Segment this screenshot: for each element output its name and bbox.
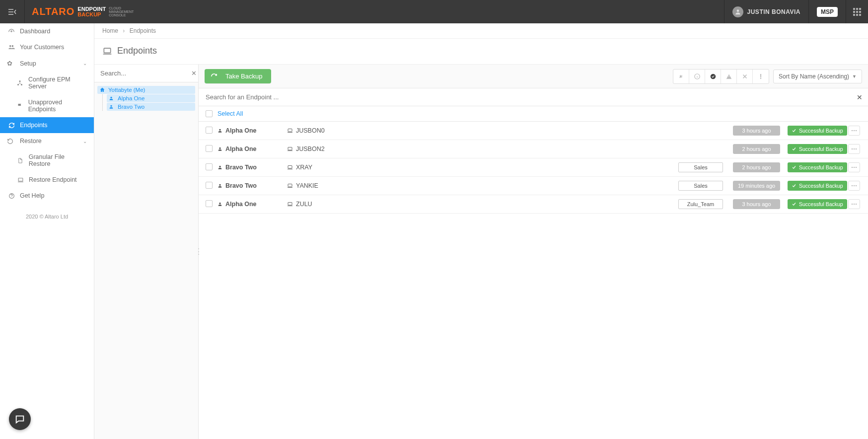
tree-search-input[interactable] [94, 65, 190, 82]
sidebar-item-help[interactable]: Get Help [0, 188, 94, 204]
sidebar-item-configure-epm[interactable]: Configure EPM Server [0, 72, 94, 94]
row-customer-label: Bravo Two [225, 182, 257, 189]
tree-root-node[interactable]: Yottabyte (Me) [97, 86, 195, 94]
sidebar-item-label: Endpoints [20, 122, 48, 129]
row-status: Successful Backup [788, 181, 847, 191]
time-chip: 19 minutes ago [733, 181, 780, 191]
row-host-label: YANKIE [296, 182, 318, 189]
sidebar-item-restore-endpoint[interactable]: Restore Endpoint [0, 172, 94, 188]
endpoint-search-clear-button[interactable]: ✕ [851, 93, 868, 101]
row-time: 2 hours ago [733, 144, 788, 154]
time-chip: 2 hours ago [733, 162, 780, 172]
row-host: XRAY [287, 164, 678, 171]
svg-point-21 [710, 73, 716, 79]
msp-badge-item[interactable]: MSP [808, 0, 846, 23]
row-customer: Bravo Two [217, 182, 287, 189]
laptop-icon [287, 165, 293, 170]
user-icon [217, 128, 222, 133]
sidebar-item-endpoints[interactable]: Endpoints [0, 117, 94, 133]
svg-rect-29 [288, 184, 292, 187]
customer-tree: Yottabyte (Me) Alpha One [94, 82, 198, 114]
sidebar-item-customers[interactable]: Your Customers [0, 39, 94, 55]
row-checkbox[interactable] [206, 145, 213, 152]
menu-toggle-button[interactable] [0, 0, 25, 23]
sidebar-group-restore[interactable]: Restore ⌄ [0, 133, 94, 149]
user-icon [217, 183, 222, 188]
svg-rect-3 [859, 8, 861, 10]
row-menu-button[interactable]: ⋯ [848, 181, 860, 191]
chat-button[interactable] [9, 408, 31, 430]
row-customer-label: Bravo Two [225, 164, 257, 171]
row-checkbox[interactable] [206, 182, 213, 189]
sort-dropdown[interactable]: Sort By Name (Ascending) ▼ [773, 70, 862, 83]
row-checkbox[interactable] [206, 163, 213, 170]
row-menu-button[interactable]: ⋯ [848, 162, 860, 172]
status-chip: Successful Backup [788, 144, 847, 154]
tag-chip[interactable]: Sales [678, 181, 723, 191]
svg-rect-31 [288, 203, 292, 206]
row-tag: Sales [678, 181, 733, 191]
svg-rect-23 [288, 129, 292, 132]
select-all-checkbox[interactable] [206, 110, 213, 117]
tree-child-node[interactable]: Bravo Two [107, 103, 195, 111]
breadcrumb: Home › Endpoints [94, 23, 868, 39]
tag-chip[interactable]: Zulu_Team [678, 199, 723, 209]
sidebar-item-dashboard[interactable]: Dashboard [0, 23, 94, 39]
user-menu[interactable]: JUSTIN BONAVIA [724, 0, 808, 23]
sidebar: Dashboard Your Customers ✿ Setup ⌄ Confi… [0, 23, 94, 439]
row-host: ZULU [287, 201, 678, 208]
row-tag: Sales [678, 162, 733, 172]
help-icon [7, 193, 16, 199]
row-checkbox[interactable] [206, 200, 213, 207]
chevron-down-icon: ⌄ [83, 61, 87, 66]
row-menu-button[interactable]: ⋯ [848, 126, 860, 136]
apps-grid-button[interactable] [846, 0, 868, 23]
sidebar-item-granular[interactable]: Granular File Restore [0, 149, 94, 172]
svg-point-0 [736, 9, 739, 12]
chevron-down-icon: ⌄ [83, 139, 87, 144]
breadcrumb-current: Endpoints [130, 27, 156, 34]
laptop-icon [287, 146, 293, 151]
svg-rect-1 [853, 8, 855, 10]
select-all-link[interactable]: Select All [217, 110, 243, 117]
sidebar-item-label: Configure EPM Server [28, 76, 87, 90]
tag-chip[interactable]: Sales [678, 162, 723, 172]
users-icon [7, 44, 16, 51]
sidebar-item-label: Restore Endpoint [29, 176, 77, 183]
row-menu-button[interactable]: ⋯ [848, 144, 860, 154]
laptop-icon [16, 177, 25, 183]
sidebar-item-label: Dashboard [20, 28, 50, 35]
svg-rect-7 [853, 14, 855, 16]
row-checkbox[interactable] [206, 127, 213, 134]
sidebar-group-label: Restore [20, 138, 42, 145]
svg-point-10 [9, 45, 11, 47]
take-backup-button[interactable]: Take Backup [205, 69, 271, 83]
filter-unplugged-button[interactable] [673, 70, 689, 83]
customer-tree-panel: ✕ Yottabyte (Me) Alpha [94, 65, 199, 439]
filter-warning-button[interactable] [721, 70, 737, 83]
row-time: 2 hours ago [733, 162, 788, 172]
endpoint-search-input[interactable] [199, 88, 851, 106]
row-customer-label: Alpha One [225, 146, 257, 152]
filter-success-button[interactable] [705, 70, 721, 83]
tree-child-node[interactable]: Alpha One [107, 94, 195, 102]
row-status: Successful Backup [788, 144, 847, 154]
sidebar-item-unapproved[interactable]: Unapproved Endpoints [0, 94, 94, 117]
filter-info-button[interactable] [689, 70, 705, 83]
resize-handle[interactable] [197, 237, 200, 267]
status-chip: Successful Backup [788, 199, 847, 209]
filter-alert-button[interactable]: ! [753, 70, 769, 83]
breadcrumb-home[interactable]: Home [102, 27, 118, 34]
sidebar-item-label: Unapproved Endpoints [28, 99, 87, 113]
sidebar-group-setup[interactable]: ✿ Setup ⌄ [0, 55, 94, 72]
table-row: Bravo Two YANKIE Sales 19 minutes ago Su… [199, 177, 868, 195]
brand-logo: ALTARO ENDPOINT BACKUP CLOUD MANAGEMENT … [25, 6, 141, 17]
status-chip: Successful Backup [788, 126, 847, 136]
page-header: Endpoints [94, 39, 868, 65]
filter-error-button[interactable] [737, 70, 753, 83]
brand-name: ALTARO [32, 6, 74, 17]
svg-point-22 [219, 129, 220, 131]
tree-search-clear-button[interactable]: ✕ [190, 70, 198, 77]
row-menu-button[interactable]: ⋯ [848, 199, 860, 209]
caret-down-icon: ▼ [852, 74, 857, 79]
